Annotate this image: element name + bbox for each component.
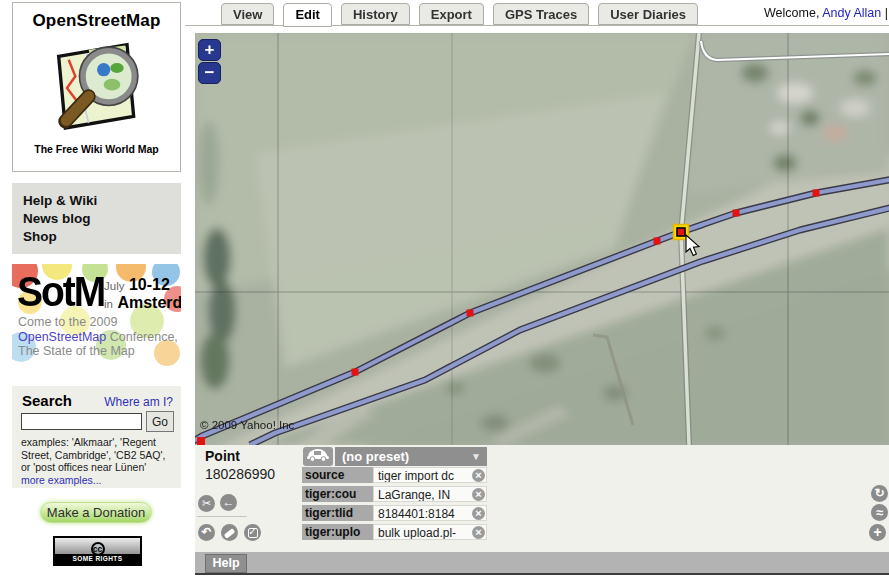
sidebar-item-help-wiki[interactable]: Help & Wiki [23,192,181,210]
undo-button[interactable] [198,524,215,541]
tab-edit[interactable]: Edit [283,3,332,27]
site-title: OpenStreetMap [13,11,180,31]
delete-tag-button[interactable] [472,488,485,501]
help-bar: Help [195,552,889,575]
tag-key[interactable]: source [302,467,373,483]
logo-box: OpenStreetMap The Free Wiki Wo [12,2,181,172]
more-examples-link[interactable]: more examples... [21,474,102,486]
tag-value[interactable]: tiger import dc [373,467,487,483]
preset-category-button[interactable] [303,447,333,466]
search-input[interactable] [21,413,142,430]
search-heading: Search [22,392,72,409]
search-panel: Search Where am I? Go examples: 'Alkmaar… [12,386,181,488]
delete-tag-button[interactable] [472,526,485,539]
sotm-month: July [104,280,124,292]
map-viewport[interactable]: + − © 2009 Yahoo! Inc [195,33,889,445]
tag-row: source tiger import dc [302,467,487,483]
osm-potlatch-page: View Edit History Export GPS Traces User… [0,0,889,584]
eraser-button[interactable] [221,524,238,541]
tab-export[interactable]: Export [419,3,484,25]
sotm-conf-rest: Conference, [106,330,178,344]
repeat-tags-button[interactable] [871,485,888,502]
delete-tag-button[interactable] [472,469,485,482]
cc-logo-icon: cc [55,538,140,554]
cut-button[interactable] [198,495,215,512]
sidebar-item-shop[interactable]: Shop [23,228,181,246]
add-tag-button[interactable] [869,524,886,541]
sotm-date-city: July 10-12 in Amsterdam [104,276,181,312]
sidebar-nav: Help & Wiki News blog Shop [12,183,181,254]
node[interactable] [733,210,740,217]
map-imagery [195,33,889,445]
search-examples-text: examples: 'Alkmaar', 'Regent Street, Cam… [21,436,165,473]
sotm-dates: 10-12 [129,276,170,293]
tab-history[interactable]: History [341,3,410,25]
tab-view[interactable]: View [221,3,274,25]
tag-key[interactable]: tiger:tlid [302,505,373,521]
sotm-logo: SotM [17,268,104,316]
tag-row: tiger:tlid 8184401:8184 [302,505,487,521]
tag-key[interactable]: tiger:uplo [302,524,373,540]
osm-logo-icon [13,33,180,142]
entity-type-label: Point [205,448,240,464]
welcome-prefix: Welcome, [764,6,819,20]
confirm-button[interactable] [244,524,261,541]
zoom-in-button[interactable]: + [198,39,221,61]
chevron-down-icon [471,447,481,466]
search-go-button[interactable]: Go [146,411,174,432]
sidebar-item-news-blog[interactable]: News blog [23,210,181,228]
sotm-line1: Come to the 2009 [18,315,117,329]
tools-divider [197,516,247,517]
tag-key[interactable]: tiger:cou [302,486,373,502]
username-link[interactable]: Andy Allan [822,6,881,20]
car-icon [306,447,330,462]
tab-user-diaries[interactable]: User Diaries [598,3,698,25]
welcome-text: Welcome, Andy Allan | [764,6,888,20]
editor-panel: Point 180286990 (no preset) source tiger… [195,445,889,552]
sotm-description: Come to the 2009 OpenStreetMap Conferenc… [18,315,178,359]
relation-button[interactable] [871,504,888,521]
node[interactable] [654,238,661,245]
tag-value[interactable]: 8184401:8184 [373,505,487,521]
node[interactable] [352,369,359,376]
help-button[interactable]: Help [205,554,247,573]
tabbar: View Edit History Export GPS Traces User… [221,3,698,27]
zoom-out-button[interactable]: − [198,62,221,84]
tag-value[interactable]: LaGrange, IN [373,486,487,502]
sotm-conference-link[interactable]: OpenStreetMap [18,330,106,344]
tag-value[interactable]: bulk upload.pl- [373,524,487,540]
entity-id: 180286990 [205,466,275,482]
preset-selected-value: (no preset) [342,449,409,464]
delete-tag-button[interactable] [472,507,485,520]
node[interactable] [467,310,474,317]
tag-row: tiger:cou LaGrange, IN [302,486,487,502]
sotm-line3: The State of the Map [18,344,135,358]
node[interactable] [813,190,820,197]
search-examples: examples: 'Alkmaar', 'Regent Street, Cam… [21,436,173,486]
map-attribution: © 2009 Yahoo! Inc [200,419,294,431]
where-am-i-link[interactable]: Where am I? [104,395,173,409]
back-button[interactable] [220,494,237,511]
preset-dropdown[interactable]: (no preset) [335,447,487,466]
donate-button[interactable]: Make a Donation [40,502,152,523]
sotm-in: in [104,298,113,310]
checkbox-icon [248,528,258,538]
tag-row: tiger:uplo bulk upload.pl- [302,524,487,540]
tab-gps-traces[interactable]: GPS Traces [493,3,589,25]
sotm-banner[interactable]: SotM July 10-12 in Amsterdam Come to the… [12,264,181,371]
welcome-divider: | [885,6,888,20]
site-tagline: The Free Wiki World Map [13,143,180,155]
cc-rights-label: SOME RIGHTS RESERVED [55,554,140,564]
sotm-city: Amsterdam [117,294,181,311]
node[interactable] [197,437,205,445]
sidebar: OpenStreetMap The Free Wiki Wo [0,0,185,584]
cc-license-badge[interactable]: cc SOME RIGHTS RESERVED [53,536,142,566]
